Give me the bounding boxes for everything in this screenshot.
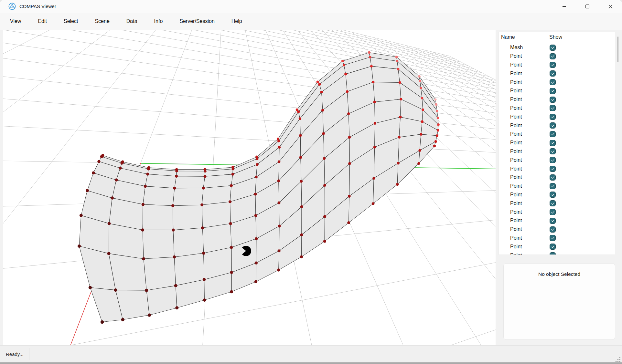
row-label: Point [499,140,546,146]
checkmark-icon [551,201,555,206]
table-row[interactable]: Mesh [499,43,615,52]
status-divider [29,348,29,360]
table-row[interactable]: Point [499,104,615,113]
table-row[interactable]: Point [499,234,615,243]
titlebar: COMPAS Viewer [0,0,622,13]
checkmark-icon [551,236,555,240]
checkmark-icon [551,158,555,162]
window-bottom-edge [0,362,622,364]
table-header: Name Show [499,32,615,43]
row-label: Point [499,97,546,102]
visibility-checkbox[interactable] [550,218,556,224]
table-row[interactable]: Point [499,242,615,251]
table-row[interactable]: Point [499,191,615,199]
visibility-checkbox[interactable] [550,70,556,77]
table-row[interactable]: Point [499,78,615,87]
row-label: Point [499,71,546,77]
checkmark-icon [551,227,555,232]
table-row[interactable]: Point [499,251,615,255]
menu-item[interactable]: Edit [37,17,48,26]
checkmark-icon [551,115,555,119]
visibility-checkbox[interactable] [550,235,556,241]
visibility-checkbox[interactable] [550,226,556,233]
table-row[interactable]: Point [499,225,615,234]
minimize-icon [563,6,566,6]
column-header-name[interactable]: Name [501,32,515,43]
object-detail-panel: No object Selected [503,263,615,340]
visibility-checkbox[interactable] [550,174,556,181]
visibility-checkbox[interactable] [550,62,556,68]
menu-item[interactable]: Select [63,17,79,26]
column-header-show[interactable]: Show [549,32,562,43]
visibility-checkbox[interactable] [550,105,556,111]
checkmark-icon [551,71,555,76]
table-row[interactable]: Point [499,95,615,104]
table-row[interactable]: Point [499,216,615,225]
row-label: Point [499,114,546,120]
row-label: Point [499,201,546,206]
row-label: Point [499,149,546,154]
table-row[interactable]: Point [499,182,615,191]
row-label: Point [499,218,546,224]
minimize-button[interactable] [557,0,572,13]
table-row[interactable]: Point [499,164,615,173]
table-row[interactable]: Point [499,52,615,61]
visibility-checkbox[interactable] [550,209,556,215]
row-label: Point [499,62,546,68]
checkmark-icon [551,123,555,128]
visibility-checkbox[interactable] [550,157,556,163]
row-label: Point [499,105,546,111]
checkmark-icon [551,106,555,110]
table-row[interactable]: Point [499,208,615,216]
menu-item[interactable]: Server/Session [179,17,215,26]
table-row[interactable]: Point [499,173,615,182]
checkmark-icon [551,45,555,50]
row-label: Point [499,157,546,163]
maximize-button[interactable] [580,0,595,13]
visibility-checkbox[interactable] [550,131,556,137]
table-row[interactable]: Point [499,130,615,139]
row-label: Point [499,88,546,94]
menu-item[interactable]: Info [154,17,164,26]
visibility-checkbox[interactable] [550,88,556,94]
resize-grip[interactable] [614,355,621,363]
table-row[interactable]: Point [499,69,615,78]
compas-logo-icon [8,3,16,10]
table-row[interactable]: Point [499,61,615,69]
table-row[interactable]: Point [499,87,615,95]
visibility-checkbox[interactable] [550,192,556,198]
visibility-checkbox[interactable] [550,140,556,146]
checkmark-icon [551,192,555,197]
table-row[interactable]: Point [499,156,615,164]
menu-item[interactable]: Data [126,17,138,26]
visibility-checkbox[interactable] [550,97,556,103]
visibility-checkbox[interactable] [550,45,556,51]
visibility-checkbox[interactable] [550,200,556,206]
menu-item[interactable]: View [9,17,22,26]
visibility-checkbox[interactable] [550,114,556,120]
sidebar-scrollbar[interactable] [617,36,618,62]
visibility-checkbox[interactable] [550,166,556,172]
checkmark-icon [551,244,555,249]
row-label: Point [499,209,546,215]
menubar: View Edit Select Scene Data Info Server/… [0,13,622,30]
close-button[interactable] [603,0,618,13]
checkmark-icon [551,97,555,102]
table-row[interactable]: Point [499,112,615,121]
visibility-checkbox[interactable] [550,122,556,129]
table-row[interactable]: Point [499,121,615,130]
table-row[interactable]: Point [499,139,615,147]
table-row[interactable]: Point [499,199,615,208]
table-row[interactable]: Point [499,147,615,156]
visibility-checkbox[interactable] [550,252,556,255]
row-label: Point [499,166,546,172]
visibility-checkbox[interactable] [550,244,556,250]
menu-item[interactable]: Help [231,17,243,26]
visibility-checkbox[interactable] [550,79,556,85]
visibility-checkbox[interactable] [550,183,556,189]
checkmark-icon [551,88,555,93]
visibility-checkbox[interactable] [550,53,556,59]
visibility-checkbox[interactable] [550,148,556,154]
menu-item[interactable]: Scene [94,17,110,26]
row-label: Point [499,174,546,180]
